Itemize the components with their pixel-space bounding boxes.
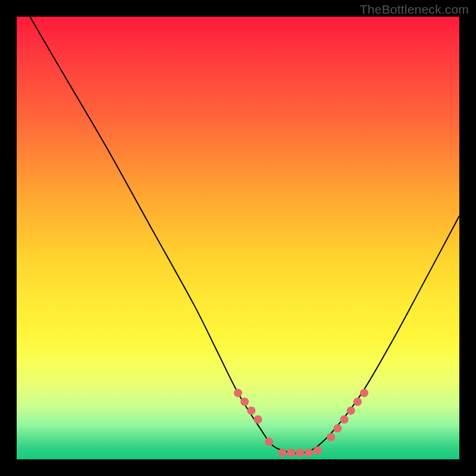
- highlight-dot: [234, 389, 242, 397]
- highlight-dot: [314, 446, 322, 455]
- plot-area: [17, 17, 459, 459]
- highlight-dot: [305, 449, 313, 457]
- chart-svg: [17, 17, 459, 459]
- highlight-dots-group: [234, 389, 368, 456]
- chart-container: TheBottleneck.com: [0, 0, 476, 476]
- highlight-dot: [360, 389, 368, 397]
- highlight-dot: [340, 415, 349, 424]
- highlight-dot: [327, 433, 335, 441]
- highlight-dot: [347, 406, 355, 415]
- highlight-dot: [240, 397, 249, 406]
- highlight-dot: [287, 449, 295, 457]
- highlight-dot: [353, 397, 362, 406]
- watermark-label: TheBottleneck.com: [360, 2, 469, 17]
- highlight-dot: [278, 449, 286, 457]
- bottleneck-curve: [30, 17, 459, 453]
- highlight-dot: [333, 424, 342, 433]
- highlight-dot: [247, 406, 255, 415]
- highlight-dot: [296, 449, 304, 457]
- highlight-dot: [253, 415, 262, 424]
- highlight-dot: [265, 437, 273, 446]
